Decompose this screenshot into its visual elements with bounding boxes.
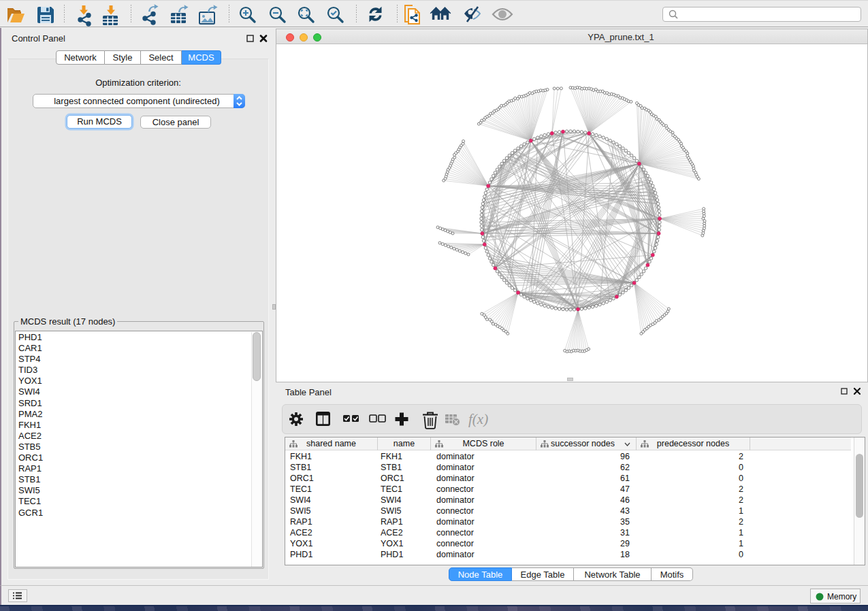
svg-text:f(x): f(x) (468, 411, 488, 427)
